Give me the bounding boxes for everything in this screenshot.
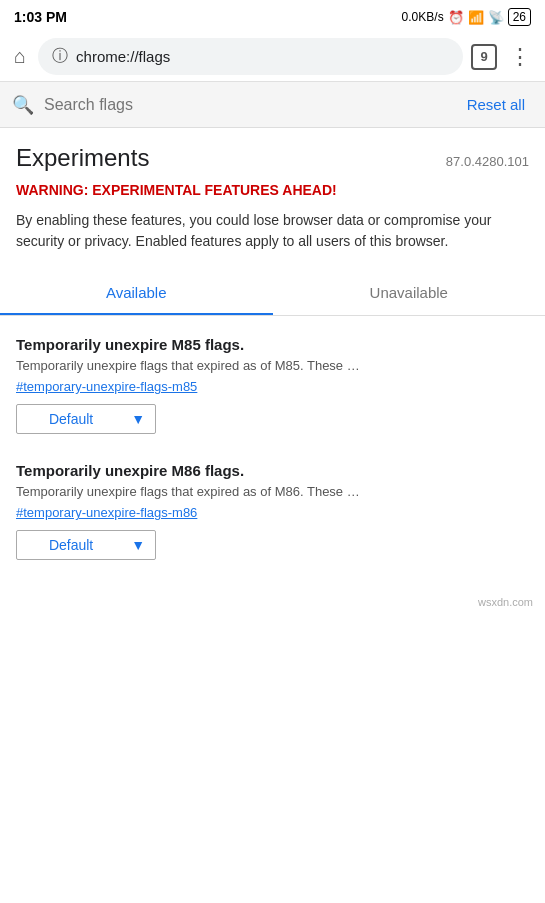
- flag-title-m86: Temporarily unexpire M86 flags.: [16, 462, 529, 479]
- main-content: Experiments 87.0.4280.101 WARNING: EXPER…: [0, 128, 545, 560]
- experiments-title: Experiments: [16, 144, 149, 172]
- flag-item-m86: Temporarily unexpire M86 flags. Temporar…: [16, 462, 529, 560]
- flag-list: Temporarily unexpire M85 flags. Temporar…: [16, 316, 529, 560]
- search-box: 🔍: [12, 94, 449, 116]
- flag-link-m85[interactable]: #temporary-unexpire-flags-m85: [16, 379, 529, 394]
- flag-dropdown-arrow-m85: ▼: [131, 411, 145, 427]
- warning-text: WARNING: EXPERIMENTAL FEATURES AHEAD!: [16, 182, 529, 198]
- search-bar-row: 🔍 Reset all: [0, 82, 545, 128]
- status-bar: 1:03 PM 0.0KB/s ⏰ 📶 📡 26: [0, 0, 545, 32]
- flag-desc-m85: Temporarily unexpire flags that expired …: [16, 357, 529, 375]
- tabs-row: Available Unavailable: [0, 272, 545, 316]
- flag-dropdown-m85[interactable]: Default ▼: [16, 404, 156, 434]
- alarm-icon: ⏰: [448, 10, 464, 25]
- flag-title-m85: Temporarily unexpire M85 flags.: [16, 336, 529, 353]
- version-text: 87.0.4280.101: [446, 154, 529, 169]
- menu-button[interactable]: ⋮: [505, 40, 535, 74]
- home-button[interactable]: ⌂: [10, 41, 30, 72]
- address-bar-row: ⌂ ⓘ chrome://flags 9 ⋮: [0, 32, 545, 82]
- flag-dropdown-arrow-m86: ▼: [131, 537, 145, 553]
- network-speed: 0.0KB/s: [402, 10, 444, 24]
- address-text: chrome://flags: [76, 48, 170, 65]
- tab-unavailable[interactable]: Unavailable: [273, 272, 546, 315]
- search-input[interactable]: [44, 96, 449, 114]
- status-icons: 0.0KB/s ⏰ 📶 📡 26: [402, 8, 531, 26]
- tab-count-button[interactable]: 9: [471, 44, 497, 70]
- flag-dropdown-label-m86: Default: [27, 537, 115, 553]
- signal-icon: 📶: [468, 10, 484, 25]
- flag-dropdown-label-m85: Default: [27, 411, 115, 427]
- address-pill[interactable]: ⓘ chrome://flags: [38, 38, 463, 75]
- experiments-header: Experiments 87.0.4280.101: [16, 144, 529, 172]
- info-icon: ⓘ: [52, 46, 68, 67]
- reset-all-button[interactable]: Reset all: [459, 92, 533, 117]
- description-text: By enabling these features, you could lo…: [16, 210, 529, 252]
- wifi-icon: 📡: [488, 10, 504, 25]
- flag-dropdown-m86[interactable]: Default ▼: [16, 530, 156, 560]
- flag-desc-m86: Temporarily unexpire flags that expired …: [16, 483, 529, 501]
- search-icon: 🔍: [12, 94, 34, 116]
- battery-icon: 26: [508, 8, 531, 26]
- flag-link-m86[interactable]: #temporary-unexpire-flags-m86: [16, 505, 529, 520]
- flag-item-m85: Temporarily unexpire M85 flags. Temporar…: [16, 336, 529, 434]
- watermark: wsxdn.com: [0, 588, 545, 616]
- tab-available[interactable]: Available: [0, 272, 273, 315]
- status-time: 1:03 PM: [14, 9, 67, 25]
